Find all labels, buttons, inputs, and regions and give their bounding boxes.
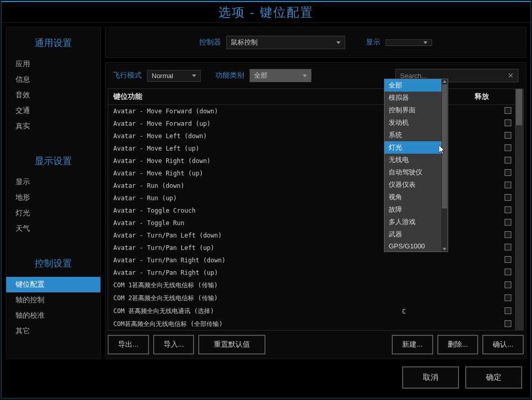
table-row[interactable]: Avatar - Move Left (up) xyxy=(108,142,515,155)
sidebar-item[interactable]: 应用 xyxy=(6,56,100,72)
sidebar-item[interactable]: 灯光 xyxy=(6,205,100,221)
category-dropdown[interactable]: 全部模拟器控制界面发动机系统灯光无线电自动驾驶仪仪器仪表视角故障多人游戏武器GP… xyxy=(384,79,448,252)
dropdown-item[interactable]: 仪器仪表 xyxy=(385,179,441,191)
sidebar-item[interactable]: 显示 xyxy=(6,174,100,190)
table-row[interactable]: Avatar - Toggle Crouch xyxy=(108,204,515,217)
dropdown-item[interactable]: 灯光 xyxy=(385,141,441,154)
table-row[interactable]: Avatar - Turn/Pan Right (up) xyxy=(108,266,515,279)
table-row[interactable]: Avatar - Move Forward (down) xyxy=(108,105,515,117)
dropdown-item[interactable]: GPS/G1000 xyxy=(385,241,441,251)
reset-default-button[interactable]: 重置默认值 xyxy=(198,335,265,354)
table-row[interactable]: Avatar - Turn/Pan Left (up) xyxy=(108,242,515,254)
table-row[interactable]: Avatar - Turn/Pan Left (down) xyxy=(108,229,515,242)
chevron-down-icon xyxy=(192,75,196,77)
sidebar-item[interactable]: 其它 xyxy=(6,323,100,339)
table-row[interactable]: Avatar - Move Right (up) xyxy=(108,167,515,180)
checkbox[interactable] xyxy=(505,219,511,226)
import-button[interactable]: 导入... xyxy=(153,335,195,354)
table-row[interactable]: Avatar - Move Left (down) xyxy=(108,130,515,142)
dropdown-scroll-thumb[interactable] xyxy=(442,84,447,209)
table-row[interactable]: Avatar - Run (up) xyxy=(108,192,515,204)
dropdown-item[interactable]: 控制界面 xyxy=(385,104,441,116)
table-row[interactable]: Avatar - Turn/Pan Right (down) xyxy=(108,254,515,266)
cell-checkbox xyxy=(500,307,515,316)
dropdown-scrollbar[interactable] xyxy=(441,79,448,251)
vertical-scrollbar[interactable] xyxy=(515,89,523,330)
checkbox[interactable] xyxy=(505,307,511,314)
table-row[interactable]: COM 甚高频全向无线电通讯 (选择)C xyxy=(108,305,515,318)
sidebar-item[interactable]: 键位配置 xyxy=(6,277,100,292)
confirm-button[interactable]: 确认... xyxy=(482,335,524,354)
sidebar-item[interactable]: 轴的控制 xyxy=(6,292,100,308)
checkbox[interactable] xyxy=(505,206,511,213)
category-select[interactable]: 全部 xyxy=(249,69,312,82)
sidebar-item[interactable]: 音效 xyxy=(6,87,100,103)
display-select[interactable] xyxy=(386,39,432,46)
title-bar: 选项 - 键位配置 xyxy=(2,2,530,23)
cell-checkbox xyxy=(500,169,515,177)
checkbox[interactable] xyxy=(505,194,511,201)
table-row[interactable]: COM甚高频全向无线电信标 (全部传输) xyxy=(108,318,515,330)
header-function[interactable]: 键位功能 xyxy=(108,89,392,105)
checkbox[interactable] xyxy=(505,169,511,176)
checkbox[interactable] xyxy=(505,244,511,250)
cell-function: Avatar - Run (down) xyxy=(108,182,402,189)
table-row[interactable]: COM 2甚高频全向无线电信标 (传输) xyxy=(108,292,515,305)
dropdown-item[interactable]: 武器 xyxy=(385,228,441,241)
table-row[interactable]: Avatar - Run (down) xyxy=(108,180,515,192)
category-value: 全部 xyxy=(254,71,268,80)
delete-button[interactable]: 删除... xyxy=(437,335,479,354)
cell-function: Avatar - Turn/Pan Left (down) xyxy=(108,232,402,239)
checkbox[interactable] xyxy=(505,294,511,301)
chevron-down-icon xyxy=(303,75,307,77)
table-row[interactable]: Avatar - Toggle Run xyxy=(108,217,515,229)
table-row[interactable]: COM 1甚高频全向无线电信标 (传输) xyxy=(108,279,515,292)
sidebar-item[interactable]: 天气 xyxy=(6,221,100,236)
table-body[interactable]: Avatar - Move Forward (down)Avatar - Mov… xyxy=(108,105,515,330)
scroll-down-icon[interactable] xyxy=(442,248,447,250)
dropdown-item[interactable]: 自动驾驶仪 xyxy=(385,166,441,179)
checkbox[interactable] xyxy=(505,231,511,238)
dropdown-item[interactable]: 多人游戏 xyxy=(385,216,441,228)
header-release[interactable]: 释放 xyxy=(469,89,500,105)
scroll-up-icon[interactable] xyxy=(442,80,447,83)
controller-select[interactable]: 鼠标控制 xyxy=(226,36,345,49)
table-row[interactable]: Avatar - Move Right (down) xyxy=(108,155,515,167)
dropdown-item[interactable]: 模拟器 xyxy=(385,92,441,104)
sidebar-item[interactable]: 轴的校准 xyxy=(6,308,100,323)
sidebar-item[interactable]: 交通 xyxy=(6,103,100,118)
checkbox[interactable] xyxy=(505,107,511,114)
sidebar-item[interactable]: 地形 xyxy=(6,190,100,205)
scroll-thumb[interactable] xyxy=(516,89,522,125)
table-row[interactable]: Avatar - Move Forward (up) xyxy=(108,117,515,130)
bindings-table: 键位功能 重复 释放 Avatar - Move Forward (down)A… xyxy=(108,88,524,331)
ok-button[interactable]: 确定 xyxy=(465,366,522,389)
checkbox[interactable] xyxy=(505,269,511,275)
export-button[interactable]: 导出... xyxy=(108,335,149,354)
checkbox[interactable] xyxy=(505,282,511,288)
new-button[interactable]: 新建... xyxy=(392,335,433,354)
sidebar-item[interactable]: 信息 xyxy=(6,72,100,87)
checkbox[interactable] xyxy=(505,144,511,151)
dropdown-item[interactable]: 系统 xyxy=(385,129,441,141)
dropdown-item[interactable]: 视角 xyxy=(385,191,441,203)
checkbox[interactable] xyxy=(505,132,511,139)
dropdown-item[interactable]: 发动机 xyxy=(385,116,441,129)
sidebar-item[interactable]: 真实 xyxy=(6,118,100,134)
cell-checkbox xyxy=(500,269,515,277)
clear-search-icon[interactable]: ✕ xyxy=(508,71,514,80)
cancel-button[interactable]: 取消 xyxy=(402,366,459,389)
dropdown-item[interactable]: 故障 xyxy=(385,203,441,216)
checkbox[interactable] xyxy=(505,182,511,188)
cell-function: Avatar - Run (up) xyxy=(108,195,402,202)
dropdown-list: 全部模拟器控制界面发动机系统灯光无线电自动驾驶仪仪器仪表视角故障多人游戏武器GP… xyxy=(385,79,441,251)
cell-checkbox xyxy=(500,231,515,240)
window-title: 选项 - 键位配置 xyxy=(218,4,313,21)
flight-mode-select[interactable]: Normal xyxy=(147,70,201,82)
checkbox[interactable] xyxy=(505,320,511,327)
checkbox[interactable] xyxy=(505,120,511,126)
dropdown-item[interactable]: 全部 xyxy=(385,79,441,92)
checkbox[interactable] xyxy=(505,256,511,263)
dropdown-item[interactable]: 无线电 xyxy=(385,154,441,166)
checkbox[interactable] xyxy=(505,157,511,164)
